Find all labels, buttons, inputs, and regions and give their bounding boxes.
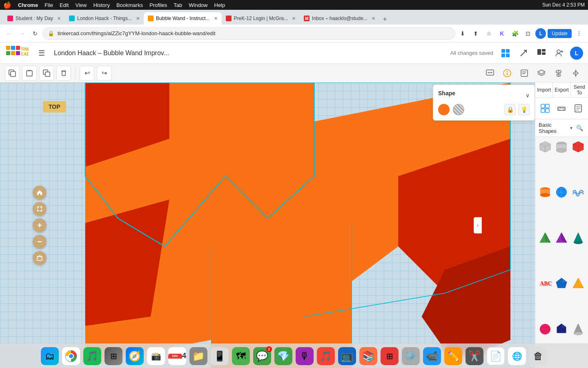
menu-window[interactable]: Window xyxy=(189,2,207,8)
shape-pyramid-purple[interactable] xyxy=(554,231,569,245)
shape-sphere-pink[interactable] xyxy=(538,322,552,337)
download-icon[interactable]: ⬇ xyxy=(457,28,468,39)
dock-chrome[interactable] xyxy=(62,347,80,365)
shapes-category-dropdown[interactable]: Basic Shapes ▾ 🔍 xyxy=(535,119,588,137)
grid-mode-icon[interactable] xyxy=(538,101,552,116)
hamburger-menu[interactable]: ☰ xyxy=(34,46,49,61)
profile-button[interactable]: L xyxy=(535,28,546,39)
shape-prism-blue[interactable] xyxy=(554,276,569,291)
dashboard-icon[interactable] xyxy=(534,46,549,61)
align-button[interactable] xyxy=(551,66,566,81)
dock-app-pen[interactable]: ✏️ xyxy=(444,347,462,365)
shape-text-3d[interactable]: ABC ABC xyxy=(538,276,552,291)
tab-student-my-day[interactable]: Student : My Day ✕ xyxy=(3,12,65,25)
import-button[interactable]: Import xyxy=(535,83,553,97)
dock-spotify[interactable]: 🎵 xyxy=(83,347,101,365)
extension-k-icon[interactable]: K xyxy=(496,28,508,39)
tinkercad-logo[interactable]: TINKER CAD xyxy=(5,46,29,61)
tab-close-1[interactable]: ✕ xyxy=(57,16,61,21)
update-button[interactable]: Update xyxy=(548,29,572,38)
shape-wave-blue[interactable] xyxy=(571,185,586,200)
shape-light-button[interactable]: 💡 xyxy=(518,104,530,115)
shape-pyramid-green[interactable] xyxy=(538,231,552,245)
shape-cone-teal[interactable] xyxy=(571,231,586,245)
dock-safari[interactable]: 🧭 xyxy=(126,347,144,365)
measure-icon[interactable] xyxy=(554,101,569,116)
dock-zoom[interactable]: 📹 xyxy=(423,347,441,365)
dock-tv[interactable]: 📺 xyxy=(338,347,356,365)
address-bar[interactable]: 🔒 tinkercad.com/things/alZZic7gYYM-londo… xyxy=(42,27,455,40)
menu-dots[interactable]: ⋮ xyxy=(573,28,585,39)
dock-notes[interactable]: 📄 xyxy=(487,347,505,365)
shape-sphere-blue[interactable] xyxy=(554,185,569,200)
shape-popup-collapse[interactable]: ∨ xyxy=(526,92,530,99)
tab-close-4[interactable]: ✕ xyxy=(292,16,296,21)
menu-tab[interactable]: Tab xyxy=(174,2,182,8)
menu-file[interactable]: File xyxy=(45,2,53,8)
dock-chrome2[interactable]: 🌐 xyxy=(508,347,526,365)
duplicate-button[interactable] xyxy=(39,66,54,81)
shape-box-gray-1[interactable] xyxy=(538,139,552,154)
note-button[interactable] xyxy=(517,66,532,81)
sidebar-collapse-button[interactable]: › xyxy=(474,217,482,233)
zoom-in-button[interactable]: + xyxy=(33,218,47,232)
tab-bubble-wand[interactable]: Bubble Wand - Instruct... ✕ xyxy=(144,12,222,25)
notes-icon[interactable] xyxy=(571,101,586,116)
home-view-button[interactable] xyxy=(33,186,47,200)
dock-podcasts[interactable]: 🎙 xyxy=(296,347,314,365)
shape-color-solid[interactable] xyxy=(438,104,450,115)
dock-settings[interactable]: ⚙️ xyxy=(402,347,420,365)
export-button[interactable]: Export xyxy=(553,83,570,97)
back-button[interactable]: ← xyxy=(3,28,15,39)
dock-calendar[interactable]: DEC 4 xyxy=(168,347,186,365)
shape-cylinder-orange[interactable] xyxy=(538,185,552,200)
redo-button[interactable]: ↪ xyxy=(97,66,111,81)
dock-iphone[interactable]: 📱 xyxy=(211,347,229,365)
reload-button[interactable]: ↻ xyxy=(29,28,41,39)
tab-close-5[interactable]: ✕ xyxy=(372,16,375,21)
shape-box-red[interactable] xyxy=(571,139,586,154)
dock-messages[interactable]: 💬 2 xyxy=(253,347,271,365)
dock-music[interactable]: 🎵 xyxy=(317,347,335,365)
dock-app-gray[interactable]: 📁 xyxy=(189,347,207,365)
dock-books[interactable]: 📚 xyxy=(359,347,377,365)
dock-facetime[interactable]: 💎 xyxy=(274,347,292,365)
shape-color-hole[interactable] xyxy=(453,104,464,115)
menu-chrome[interactable]: Chrome xyxy=(18,2,38,8)
delete-button[interactable] xyxy=(56,66,71,81)
zoom-out-button[interactable]: − xyxy=(33,235,47,249)
menu-view[interactable]: View xyxy=(75,2,87,8)
build-icon[interactable] xyxy=(516,46,531,61)
mirror-button[interactable] xyxy=(568,66,583,81)
comment-button[interactable] xyxy=(483,66,497,81)
dock-finder[interactable]: 🗂 xyxy=(41,347,59,365)
grid-view-icon[interactable] xyxy=(498,46,513,61)
paste-button[interactable] xyxy=(22,66,37,81)
shapes-search-button[interactable]: 🔍 xyxy=(574,123,585,133)
menu-history[interactable]: History xyxy=(93,2,109,8)
pick-copy-button[interactable] xyxy=(5,66,20,81)
tab-mcgraw[interactable]: PreK-12 Login | McGra... ✕ xyxy=(222,12,300,25)
dock-trash[interactable]: 🗑 xyxy=(529,347,547,365)
share-icon[interactable]: ⬆ xyxy=(470,28,481,39)
shape-pyramid-yellow[interactable] xyxy=(571,276,586,291)
add-user-icon[interactable] xyxy=(552,46,567,61)
tab-close-2[interactable]: ✕ xyxy=(136,16,140,21)
hint-button[interactable] xyxy=(500,66,514,81)
undo-button[interactable]: ↩ xyxy=(80,66,94,81)
tab-inbox[interactable]: M Inbox – haacklo@stude... ✕ xyxy=(300,12,379,25)
menu-profiles[interactable]: Profiles xyxy=(149,2,167,8)
tab-london-things[interactable]: London Haack - Things... ✕ xyxy=(65,12,144,25)
dock-ms-apps[interactable]: ⊞ xyxy=(381,347,399,365)
shape-lock-button[interactable]: 🔒 xyxy=(504,104,516,115)
layers-button[interactable] xyxy=(534,66,549,81)
forward-button[interactable]: → xyxy=(16,28,28,39)
bookmark-icon[interactable]: ☆ xyxy=(483,28,494,39)
dock-app-cut[interactable]: ✂️ xyxy=(466,347,483,365)
dock-launchpad[interactable]: ⊞ xyxy=(105,347,122,365)
apple-menu[interactable]: 🍎 xyxy=(3,1,11,9)
user-avatar[interactable]: L xyxy=(570,47,583,60)
shape-prism-navy[interactable] xyxy=(554,322,569,337)
shape-cone-gray[interactable] xyxy=(571,322,586,337)
send-to-button[interactable]: Send To xyxy=(571,83,588,97)
